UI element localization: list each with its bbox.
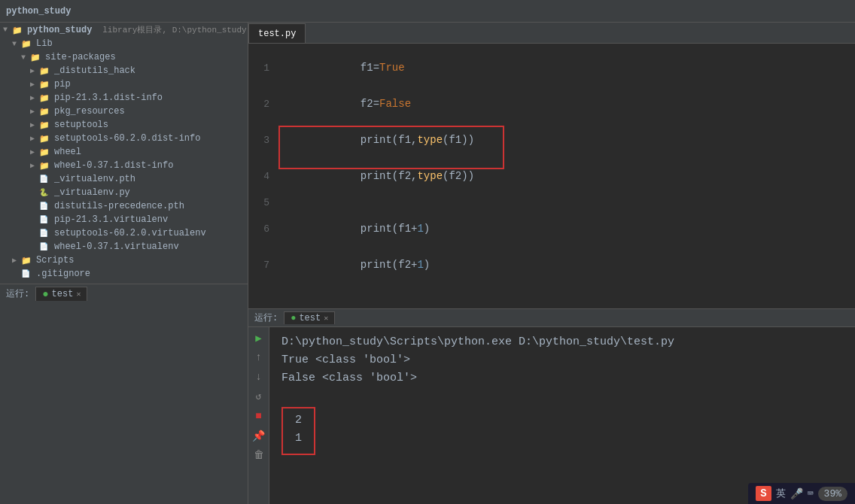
run-down-btn[interactable]: ↓ <box>251 369 266 384</box>
run-up-btn[interactable]: ↑ <box>251 350 266 365</box>
run-tab-dot: ● <box>42 288 48 300</box>
sidebar-item-virtualenv-py[interactable]: ▶ 🐍 _virtualenv.py <box>0 186 248 199</box>
run-output-header: 运行: ● test ✕ <box>248 309 855 327</box>
code-line-7: 7 print(f2+1) <box>248 247 855 283</box>
sidebar-item-wheel-virtualenv[interactable]: ▶ 📄 wheel-0.37.1.virtualenv <box>0 240 248 254</box>
line-content-4: print(f2,type(f2)) <box>278 158 474 194</box>
line-num-6: 6 <box>248 223 278 235</box>
sidebar: ▼ 📁 python_study library根目录, D:\python_s… <box>0 23 248 504</box>
sidebar-item-setuptools[interactable]: ▶ 📁 setuptools <box>0 118 248 132</box>
line-num-7: 7 <box>248 260 278 271</box>
output-line-true: True <class 'bool'> <box>281 351 843 369</box>
sidebar-item-site-packages[interactable]: ▼ 📁 site-packages <box>0 50 248 64</box>
folder-icon-pkg: 📁 <box>39 107 51 116</box>
sidebar-item-pip[interactable]: ▶ 📁 pip <box>0 77 248 91</box>
taskbar-mic-icon: 🎤 <box>790 487 803 500</box>
right-panel: test.py 1 f1=True 2 f2=False <box>248 23 855 504</box>
run-output: D:\python_study\Scripts\python.exe D:\py… <box>269 327 855 504</box>
taskbar-keyboard-icon: ⌨ <box>808 487 814 499</box>
run-section-header: 运行: ● test ✕ <box>0 284 248 303</box>
folder-icon-project: 📁 <box>12 26 24 35</box>
folder-icon-distutils: 📁 <box>39 66 51 75</box>
file-icon-virtualenv-pth: 📄 <box>39 175 51 184</box>
sidebar-item-setuptools-virtualenv[interactable]: ▶ 📄 setuptools-60.2.0.virtualenv <box>0 226 248 240</box>
code-line-5: 5 <box>248 194 855 211</box>
folder-icon-pip-dist: 📁 <box>39 93 51 102</box>
sidebar-item-pip-dist[interactable]: ▶ 📁 pip-21.3.1.dist-info <box>0 91 248 105</box>
folder-icon-setuptools: 📁 <box>39 120 51 129</box>
run-content: ▶ ↑ ↓ ↺ ■ 📌 🗑 D:\python_study\Scripts\py… <box>248 327 855 504</box>
sidebar-item-virtualenv-pth[interactable]: ▶ 📄 _virtualenv.pth <box>0 172 248 186</box>
editor-tabs: test.py <box>248 23 855 44</box>
run-rerun-btn[interactable]: ↺ <box>251 389 266 404</box>
line-content-6: print(f1+1) <box>278 211 430 247</box>
code-line-6: 6 print(f1+1) <box>248 211 855 247</box>
sidebar-item-gitignore[interactable]: ▶ 📄 .gitignore <box>0 267 248 281</box>
file-icon-gitignore: 📄 <box>21 269 33 278</box>
sidebar-item-setuptools-dist[interactable]: ▶ 📁 setuptools-60.2.0.dist-info <box>0 132 248 145</box>
output-line-1: 1 <box>295 430 302 448</box>
run-output-tab-label: test <box>299 313 321 323</box>
project-title: python_study <box>6 6 71 17</box>
sidebar-item-wheel[interactable]: ▶ 📁 wheel <box>0 145 248 159</box>
line-content-7: print(f2+1) <box>278 247 430 283</box>
taskbar-lang: 英 <box>776 487 786 500</box>
code-editor[interactable]: 1 f1=True 2 f2=False 3 print(f1,typ <box>248 44 855 308</box>
line-num-3: 3 <box>248 135 278 146</box>
folder-icon-site-packages: 📁 <box>30 53 42 62</box>
run-tab-close-btn[interactable]: ✕ <box>76 290 81 299</box>
line-content-5 <box>278 196 291 208</box>
output-line-blank <box>281 387 843 405</box>
project-name-label: python_study library根目录, D:\python_study <box>27 24 247 35</box>
output-line-cmd: D:\python_study\Scripts\python.exe D:\py… <box>281 333 843 351</box>
sidebar-item-pip-virtualenv[interactable]: ▶ 📄 pip-21.3.1.virtualenv <box>0 213 248 226</box>
code-line-2: 2 f2=False <box>248 86 855 122</box>
taskbar: S 英 🎤 ⌨ 39% <box>748 483 855 504</box>
sidebar-item-distutils-pth[interactable]: ▶ 📄 distutils-precedence.pth <box>0 199 248 213</box>
sidebar-item-wheel-dist[interactable]: ▶ 📁 wheel-0.37.1.dist-info <box>0 159 248 172</box>
run-output-tab[interactable]: ● test ✕ <box>284 311 335 324</box>
code-line-3: 3 print(f1,type(f1)) <box>248 122 855 158</box>
line-num-5: 5 <box>248 197 278 208</box>
run-stop-btn[interactable]: ■ <box>251 408 266 424</box>
file-icon-pip-virtualenv: 📄 <box>39 215 51 224</box>
bottom-panel: 运行: ● test ✕ ▶ ↑ ↓ ↺ ■ 📌 <box>248 308 855 504</box>
line-content-3: print(f1,type(f1)) <box>278 122 474 158</box>
file-icon-wheel-virtualenv: 📄 <box>39 242 51 251</box>
output-red-box: 2 1 <box>281 407 315 455</box>
project-root[interactable]: ▼ 📁 python_study library根目录, D:\python_s… <box>0 23 248 37</box>
file-icon-setuptools-virtualenv: 📄 <box>39 229 51 238</box>
sidebar-item-scripts[interactable]: ▶ 📁 Scripts <box>0 254 248 267</box>
folder-icon-wheel-dist: 📁 <box>39 161 51 170</box>
output-line-2: 2 <box>295 411 302 430</box>
line-num-1: 1 <box>248 62 278 74</box>
folder-icon-setuptools-dist: 📁 <box>39 134 51 143</box>
taskbar-s-icon: S <box>756 486 771 501</box>
folder-icon-scripts: 📁 <box>21 256 33 265</box>
run-tab[interactable]: ● test ✕ <box>35 287 87 301</box>
top-bar: python_study <box>0 0 855 23</box>
line-num-2: 2 <box>248 99 278 110</box>
run-output-label: 运行: <box>254 311 278 324</box>
run-output-close-btn[interactable]: ✕ <box>324 314 328 323</box>
site-packages-label: site-packages <box>45 52 116 62</box>
folder-icon-wheel: 📁 <box>39 147 51 156</box>
sidebar-item-lib[interactable]: ▼ 📁 Lib <box>0 37 248 50</box>
run-pin-btn[interactable]: 📌 <box>251 428 266 443</box>
code-line-4: 4 print(f2,type(f2)) <box>248 158 855 194</box>
run-trash-btn[interactable]: 🗑 <box>251 448 266 463</box>
output-line-false: False <class 'bool'> <box>281 369 843 387</box>
run-sidebar: ▶ ↑ ↓ ↺ ■ 📌 🗑 <box>248 327 269 504</box>
file-icon-distutils-pth: 📄 <box>39 202 51 211</box>
arrow-project: ▼ <box>3 26 12 34</box>
taskbar-pct: 39% <box>818 487 847 501</box>
file-icon-virtualenv-py: 🐍 <box>39 188 51 197</box>
run-play-btn[interactable]: ▶ <box>251 330 266 345</box>
sidebar-item-distutils-hack[interactable]: ▶ 📁 _distutils_hack <box>0 64 248 77</box>
folder-icon-pip: 📁 <box>39 80 51 89</box>
line-content-2: f2=False <box>278 86 411 122</box>
sidebar-item-pkg-resources[interactable]: ▶ 📁 pkg_resources <box>0 105 248 118</box>
run-tab-label: test <box>52 289 74 299</box>
line-num-4: 4 <box>248 171 278 182</box>
tab-test-py[interactable]: test.py <box>248 23 306 43</box>
